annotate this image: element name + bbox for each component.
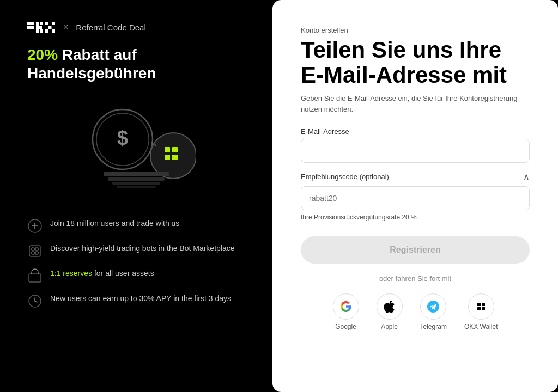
svg-rect-36	[482, 303, 485, 306]
svg-text:$: $	[117, 127, 128, 149]
telegram-label: Telegram	[420, 323, 447, 330]
svg-rect-8	[45, 22, 48, 25]
svg-rect-24	[117, 186, 156, 188]
apple-icon-wrap	[377, 293, 403, 320]
svg-rect-21	[104, 172, 169, 176]
divider-text: oder fahren Sie fort mit	[301, 274, 530, 283]
svg-rect-28	[32, 248, 34, 250]
feature-apy: New users can earn up to 30% APY in the …	[27, 293, 245, 309]
google-label: Google	[335, 323, 356, 330]
discount-percentage: 20%	[27, 46, 58, 63]
referral-section: Empfehlungscode (optional) ∧ Ihre Provis…	[301, 171, 530, 232]
feature-bots-text: Discover high-yield trading bots in the …	[50, 243, 235, 254]
svg-rect-4	[36, 22, 39, 33]
telegram-icon-wrap	[420, 293, 446, 320]
apple-label: Apple	[381, 323, 398, 330]
svg-rect-23	[112, 182, 160, 185]
telegram-social-button[interactable]: Telegram	[420, 293, 447, 330]
referral-label: Empfehlungscode (optional)	[301, 173, 389, 181]
apple-social-button[interactable]: Apple	[377, 293, 403, 330]
svg-rect-22	[108, 177, 165, 181]
feature-users-text: Join 18 million users and trade with us	[50, 218, 179, 229]
referral-code-input[interactable]	[301, 186, 530, 210]
svg-rect-2	[27, 26, 31, 29]
svg-rect-11	[45, 29, 48, 33]
form-main-title: Teilen Sie uns Ihre E-Mail-Adresse mit	[301, 38, 530, 88]
left-panel: × Referral Code Deal 20% Rabatt auf Hand…	[0, 0, 272, 392]
referral-code-label: Referral Code Deal	[76, 23, 145, 32]
svg-rect-37	[477, 307, 481, 310]
svg-rect-27	[29, 246, 40, 256]
svg-rect-29	[35, 248, 38, 250]
feature-users: Join 18 million users and trade with us	[27, 218, 245, 234]
svg-rect-32	[29, 274, 41, 282]
svg-rect-31	[35, 252, 38, 254]
okx-wallet-social-button[interactable]: OKX Wallet	[464, 293, 498, 330]
brand-bar: × Referral Code Deal	[27, 22, 245, 33]
svg-rect-38	[482, 307, 485, 310]
svg-rect-1	[31, 22, 34, 25]
right-panel: Konto erstellen Teilen Sie uns Ihre E-Ma…	[272, 0, 558, 392]
svg-rect-18	[172, 147, 178, 152]
referral-toggle[interactable]: Empfehlungscode (optional) ∧	[301, 171, 530, 182]
okx-logo	[27, 22, 56, 33]
illustration: $	[76, 99, 196, 197]
svg-rect-9	[52, 22, 55, 25]
svg-rect-12	[52, 29, 55, 33]
svg-rect-7	[40, 29, 43, 33]
svg-rect-6	[39, 26, 42, 29]
svg-rect-35	[477, 303, 481, 306]
feature-apy-text: New users can earn up to 30% APY in the …	[50, 293, 231, 304]
features-list: Join 18 million users and trade with us …	[27, 218, 245, 309]
svg-rect-10	[48, 26, 52, 29]
feature-reserves: 1:1 reserves for all user assets	[27, 268, 245, 284]
email-label: E-Mail-Adresse	[301, 127, 530, 136]
feature-bots: Discover high-yield trading bots in the …	[27, 243, 245, 259]
email-input[interactable]	[301, 139, 530, 163]
okx-wallet-label: OKX Wallet	[464, 323, 498, 330]
form-description: Geben Sie die E-Mail-Adresse ein, die Si…	[301, 93, 530, 114]
okx-wallet-icon-wrap	[468, 293, 494, 320]
chevron-up-icon: ∧	[523, 171, 530, 182]
google-icon-wrap	[333, 293, 359, 320]
svg-rect-5	[40, 22, 43, 25]
register-button[interactable]: Registrieren	[301, 236, 530, 264]
google-social-button[interactable]: Google	[333, 293, 359, 330]
svg-rect-30	[32, 252, 34, 254]
brand-separator: ×	[63, 22, 68, 32]
form-subtitle: Konto erstellen	[301, 26, 530, 34]
discount-heading: 20% Rabatt auf Handelsgebühren	[27, 46, 245, 82]
svg-rect-17	[165, 147, 170, 152]
commission-note: Ihre Provisionsrückvergütungsrate:20 %	[301, 213, 530, 221]
svg-rect-3	[31, 26, 34, 29]
feature-reserves-text: 1:1 reserves for all user assets	[50, 268, 154, 279]
social-buttons: Google Apple Telegram	[301, 293, 530, 330]
svg-rect-0	[27, 22, 31, 25]
svg-rect-20	[172, 155, 178, 160]
svg-rect-19	[165, 155, 170, 160]
